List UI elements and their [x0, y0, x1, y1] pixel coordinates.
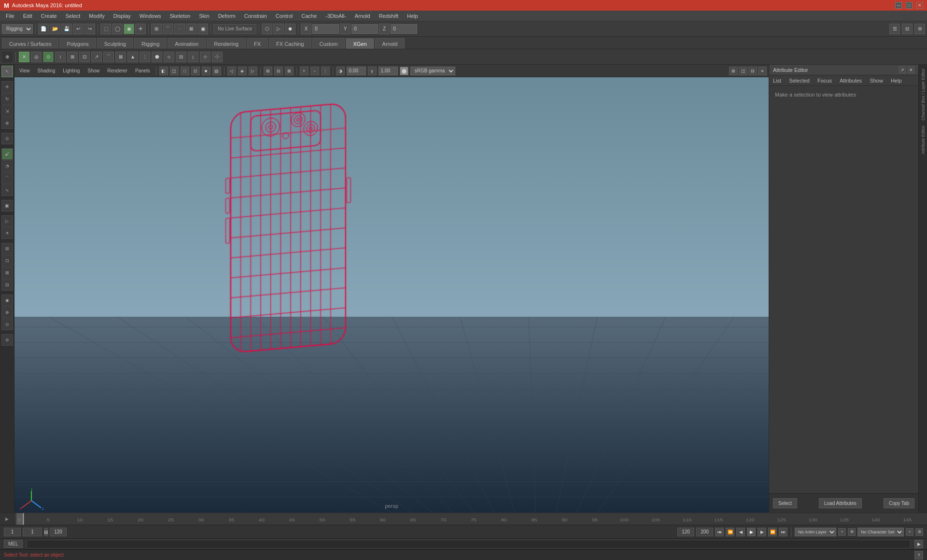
menu-file[interactable]: File	[2, 11, 18, 21]
move-tool-btn[interactable]: ✛	[1, 81, 13, 93]
vt-lighting[interactable]: Lighting	[60, 67, 83, 74]
vt-hud[interactable]: ⊞	[264, 67, 272, 75]
shelf-tool-2[interactable]: ◎	[31, 52, 42, 62]
next-frame-btn[interactable]: ▶	[758, 528, 766, 536]
copy-tab-button[interactable]: Copy Tab	[884, 498, 914, 508]
playback-speed-input[interactable]	[696, 528, 713, 536]
menu-constrain[interactable]: Constrain	[240, 11, 271, 21]
prev-key-btn[interactable]: ⏪	[726, 528, 734, 536]
vt-layout3[interactable]: ≡	[758, 67, 767, 75]
misc-btn-1[interactable]: ◉	[1, 294, 13, 306]
shelf-tool-9[interactable]: ⊠	[115, 52, 126, 62]
paint-select[interactable]: ◉	[124, 24, 134, 34]
play-btn[interactable]: ▶	[747, 528, 756, 536]
viewport-3d[interactable]: persp Z Y X	[14, 77, 769, 513]
menu-cache[interactable]: Cache	[297, 11, 321, 21]
snap-surface[interactable]: ▣	[197, 24, 208, 34]
snap-curve[interactable]: ⌒	[163, 24, 173, 34]
bottom-btn[interactable]: ⊖	[1, 334, 13, 346]
prev-frame-btn[interactable]: ◀	[736, 528, 745, 536]
anim-layer-select[interactable]: No Anim Layer	[795, 528, 836, 536]
shelf-tool-3[interactable]: ⊙	[43, 52, 54, 62]
tab-rigging[interactable]: Rigging	[134, 38, 167, 49]
light-tool[interactable]: ☀	[1, 227, 13, 239]
misc-btn-2[interactable]: ⊕	[1, 307, 13, 318]
show-heads[interactable]: ⊡	[1, 255, 13, 266]
vt-select-mask[interactable]: ◧	[159, 67, 168, 75]
shelf-tool-16[interactable]: ⊹	[200, 52, 211, 62]
vt-flat[interactable]: ▤	[212, 67, 221, 75]
render-settings[interactable]: ⬡	[262, 24, 272, 34]
paint-skin[interactable]: 🖌	[1, 148, 13, 160]
menu-skin[interactable]: Skin	[195, 11, 213, 21]
vt-more[interactable]: ⋮	[321, 67, 330, 75]
x-axis[interactable]: X	[301, 24, 311, 34]
scale-tool-btn[interactable]: ⇲	[1, 105, 13, 117]
vt-guide[interactable]: ⊠	[285, 67, 294, 75]
anim-layer-btn-2[interactable]: ⚙	[848, 528, 856, 536]
redo-button[interactable]: ↪	[84, 24, 95, 34]
attr-editor-close[interactable]: ✕	[908, 67, 914, 73]
move-tool[interactable]: ✛	[135, 24, 146, 34]
vt-view[interactable]: View	[16, 67, 33, 74]
select-button[interactable]: Select	[773, 498, 797, 508]
tool-settings[interactable]: ⚙	[914, 24, 925, 34]
menu-windows[interactable]: Windows	[136, 11, 165, 21]
snap-grid[interactable]: ⊞	[151, 24, 162, 34]
y-axis[interactable]: Y	[340, 24, 351, 34]
select-tool[interactable]: ⬚	[100, 24, 111, 34]
shelf-tool-8[interactable]: ⌒	[103, 52, 114, 62]
vt-next[interactable]: ▷	[249, 67, 257, 75]
help-btn[interactable]: ?	[914, 551, 923, 560]
start-frame-input[interactable]	[4, 528, 21, 536]
menu-deform[interactable]: Deform	[214, 11, 239, 21]
ae-tab-help[interactable]: Help	[889, 77, 904, 84]
exposure-value[interactable]	[347, 67, 366, 75]
universal-manip[interactable]: ⊕	[1, 117, 13, 129]
load-attributes-button[interactable]: Load Attributes	[819, 498, 862, 508]
menu-3dtoall[interactable]: -3DtoAll-	[322, 11, 350, 21]
close-button[interactable]: ✕	[916, 2, 923, 9]
mode-selector[interactable]: Rigging	[2, 24, 33, 34]
shelf-tool-6[interactable]: ⊡	[79, 52, 90, 62]
new-scene-button[interactable]: 📄	[38, 24, 49, 34]
vt-plus[interactable]: +	[300, 67, 309, 75]
shelf-tool-7[interactable]: ↗	[91, 52, 102, 62]
vt-layout2[interactable]: ⊟	[748, 67, 757, 75]
tab-animation[interactable]: Animation	[168, 38, 206, 49]
snap-view[interactable]: ⊠	[186, 24, 197, 34]
vt-grid[interactable]: ⊟	[274, 67, 283, 75]
menu-redshift[interactable]: Redshift	[375, 11, 402, 21]
z-axis[interactable]: Z	[379, 24, 390, 34]
mel-tab[interactable]: MEL	[4, 540, 23, 548]
menu-help[interactable]: Help	[403, 11, 422, 21]
snap-point[interactable]: ·	[174, 24, 185, 34]
tab-arnold[interactable]: Arnold	[375, 38, 405, 49]
display-mode[interactable]: ▣	[1, 200, 13, 211]
ae-tab-focus[interactable]: Focus	[815, 77, 834, 84]
next-key-btn[interactable]: ⏩	[768, 528, 777, 536]
show-ik[interactable]: ⊟	[1, 279, 13, 291]
ipr-render[interactable]: ⏺	[285, 24, 295, 34]
vt-prev[interactable]: ◁	[227, 67, 236, 75]
shelf-tool-13[interactable]: ⍉	[164, 52, 174, 62]
end-frame-input[interactable]	[50, 528, 67, 536]
sculpt-tool[interactable]: ◔	[1, 160, 13, 172]
shelf-tool-14[interactable]: ⊟	[176, 52, 186, 62]
ae-tab-show[interactable]: Show	[868, 77, 885, 84]
vt-exposure[interactable]: ◑	[336, 67, 345, 75]
tab-fx[interactable]: FX	[247, 38, 268, 49]
gamma-select[interactable]: sRGB gamma	[410, 67, 455, 75]
vt-camera[interactable]: ◫	[170, 67, 179, 75]
render-view[interactable]: ▷	[273, 24, 284, 34]
shelf-tool-15[interactable]: ↨	[188, 52, 198, 62]
attr-editor-label[interactable]: Attribute Editor	[920, 124, 927, 156]
menu-select[interactable]: Select	[62, 11, 84, 21]
anim-layer-btn-1[interactable]: +	[838, 528, 846, 536]
script-run-btn[interactable]: ▶	[914, 540, 923, 548]
tab-xgen[interactable]: XGen	[346, 38, 374, 49]
timeline-area[interactable]: ▶ 0 5 10 15 20 25 30 35 40	[0, 513, 927, 525]
shelf-tool-5[interactable]: ⊞	[67, 52, 78, 62]
shelf-tool-1[interactable]: ✕	[19, 52, 29, 62]
char-set-btn[interactable]: +	[906, 528, 913, 536]
